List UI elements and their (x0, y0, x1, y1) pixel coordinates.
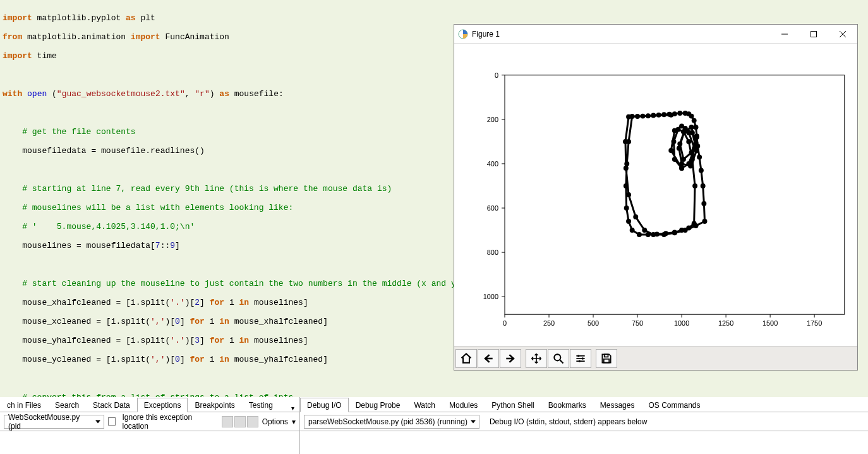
svg-point-107 (677, 141, 682, 146)
svg-point-84 (686, 139, 691, 144)
svg-line-112 (560, 360, 564, 363)
svg-point-72 (626, 219, 631, 224)
pan-button[interactable] (526, 349, 547, 368)
svg-point-39 (633, 214, 638, 219)
tab-modules[interactable]: Modules (442, 398, 485, 412)
tab-messages[interactable]: Messages (593, 398, 642, 412)
left-tabs[interactable]: ch in FilesSearchStack DataExceptionsBre… (0, 397, 299, 412)
svg-point-98 (694, 140, 699, 145)
svg-point-49 (699, 168, 704, 173)
svg-point-69 (624, 161, 629, 166)
svg-point-78 (672, 230, 677, 235)
svg-point-53 (694, 125, 699, 130)
svg-point-79 (679, 228, 684, 233)
minimize-button[interactable] (770, 25, 799, 44)
svg-point-67 (630, 114, 635, 119)
svg-point-57 (683, 111, 688, 116)
tab-python-shell[interactable]: Python Shell (485, 398, 541, 412)
tab-exceptions[interactable]: Exceptions (137, 398, 188, 412)
maximize-button[interactable] (799, 25, 828, 44)
svg-point-103 (688, 163, 693, 168)
close-button[interactable] (828, 25, 857, 44)
tab-debug-i-o[interactable]: Debug I/O (300, 398, 349, 412)
debugio-toolbar: parseWebSocketMouse.py (pid 3536) (runni… (300, 412, 868, 431)
svg-point-40 (642, 228, 647, 233)
traceback-nav-icons[interactable] (222, 416, 258, 427)
figure-titlebar[interactable]: Figure 1 (454, 25, 857, 44)
svg-point-88 (672, 157, 677, 162)
svg-point-109 (689, 150, 694, 155)
tab-stack-data[interactable]: Stack Data (86, 398, 137, 412)
svg-point-59 (672, 111, 677, 116)
process-dropdown[interactable]: WebSocketMouse.py (pid (4, 415, 104, 429)
svg-text:750: 750 (632, 319, 643, 327)
svg-text:0: 0 (503, 319, 507, 327)
svg-point-101 (677, 145, 682, 150)
svg-point-108 (681, 157, 686, 162)
process-dropdown[interactable]: parseWebSocketMouse.py (pid 3536) (runni… (304, 415, 479, 429)
left-panel: ch in FilesSearchStack DataExceptionsBre… (0, 397, 300, 454)
svg-point-48 (701, 183, 706, 188)
ignore-exception-checkbox[interactable] (108, 417, 116, 426)
svg-point-87 (671, 139, 676, 144)
svg-text:1500: 1500 (763, 319, 778, 327)
svg-point-47 (701, 201, 706, 206)
svg-rect-119 (605, 354, 608, 357)
svg-point-46 (702, 219, 708, 224)
ignore-exception-label: Ignore this exception location (122, 413, 217, 431)
home-button[interactable] (455, 349, 477, 368)
frame-icon[interactable] (234, 416, 246, 427)
tab-os-commands[interactable]: OS Commands (641, 398, 707, 412)
debugio-body[interactable] (300, 431, 868, 454)
svg-point-54 (692, 118, 697, 123)
svg-point-105 (690, 130, 695, 135)
svg-point-80 (686, 226, 691, 231)
frame-icon[interactable] (247, 416, 258, 427)
svg-point-62 (656, 113, 661, 118)
tab-ch-in-files[interactable]: ch in Files (0, 398, 48, 412)
exceptions-toolbar: WebSocketMouse.py (pid Ignore this excep… (0, 412, 299, 431)
svg-text:250: 250 (543, 319, 555, 327)
svg-point-117 (582, 357, 584, 359)
right-panel: Debug I/ODebug ProbeWatchModulesPython S… (300, 397, 868, 454)
svg-point-106 (683, 126, 688, 131)
tab-bookmarks[interactable]: Bookmarks (541, 398, 593, 412)
svg-point-118 (579, 360, 581, 362)
bottom-area: ch in FilesSearchStack DataExceptionsBre… (0, 397, 868, 454)
svg-point-95 (668, 148, 673, 153)
tab-debug-probe[interactable]: Debug Probe (349, 398, 407, 412)
zoom-button[interactable] (548, 349, 569, 368)
exceptions-body[interactable] (0, 431, 299, 454)
svg-point-70 (624, 183, 629, 188)
svg-point-37 (624, 166, 629, 171)
svg-rect-2 (811, 31, 817, 37)
svg-text:800: 800 (487, 248, 498, 256)
svg-text:1000: 1000 (483, 293, 498, 300)
svg-point-74 (637, 232, 642, 237)
svg-text:0: 0 (495, 71, 498, 79)
frame-icon[interactable] (222, 416, 233, 427)
svg-point-71 (624, 206, 629, 211)
figure-window[interactable]: Figure 1 0250500750100012501500175002004… (454, 24, 858, 371)
svg-point-97 (689, 159, 694, 164)
svg-point-104 (694, 148, 699, 153)
save-button[interactable] (596, 349, 617, 368)
svg-point-111 (554, 354, 560, 360)
tab-breakpoints[interactable]: Breakpoints (188, 398, 241, 412)
tab-search[interactable]: Search (48, 398, 86, 412)
svg-text:1250: 1250 (718, 319, 733, 327)
tabs-overflow-icon[interactable]: ▾ (286, 405, 299, 412)
plot-area[interactable]: 0250500750100012501500175002004006008001… (454, 44, 857, 346)
tab-testing[interactable]: Testing (242, 398, 280, 412)
right-tabs[interactable]: Debug I/ODebug ProbeWatchModulesPython S… (300, 397, 868, 412)
configure-subplots-button[interactable] (570, 349, 591, 368)
svg-point-99 (689, 125, 694, 130)
svg-point-61 (661, 112, 666, 117)
matplotlib-toolbar (454, 346, 857, 370)
chevron-down-icon[interactable]: ▾ (292, 417, 296, 426)
options-label[interactable]: Options (262, 417, 288, 426)
matplotlib-icon (458, 29, 468, 39)
forward-button[interactable] (500, 349, 521, 368)
back-button[interactable] (478, 349, 499, 368)
tab-watch[interactable]: Watch (407, 398, 442, 412)
